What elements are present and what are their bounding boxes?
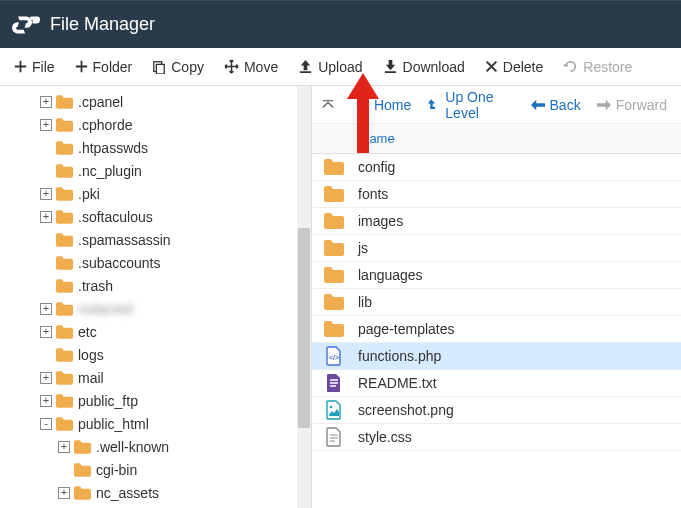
nav-label: Back (550, 97, 581, 113)
plus-icon (14, 60, 27, 73)
file-name: screenshot.png (358, 402, 454, 418)
file-name: functions.php (358, 348, 441, 364)
file-row[interactable]: languages (312, 262, 681, 289)
file-button[interactable]: File (4, 53, 65, 81)
nav-back-button[interactable]: Back (523, 86, 589, 124)
file-name: style.css (358, 429, 412, 445)
arrowright-icon (597, 99, 611, 111)
copy-button[interactable]: Copy (142, 53, 214, 81)
folder-icon (56, 210, 78, 224)
tree-scrollbar-thumb[interactable] (298, 228, 310, 428)
tree-label: .subaccounts (78, 255, 161, 271)
delete-button[interactable]: Delete (475, 53, 553, 81)
upload-button[interactable]: Upload (288, 53, 372, 81)
tree-node[interactable]: -public_html (10, 412, 311, 435)
tree-label: redacted (78, 301, 132, 317)
tree-node[interactable]: +.softaculous (10, 205, 311, 228)
tree-node[interactable]: +wp-admin (10, 504, 311, 508)
folder-icon (324, 184, 358, 204)
tree-node[interactable]: +nc_assets (10, 481, 311, 504)
file-row[interactable]: js (312, 235, 681, 262)
nav-label: Up One Level (445, 89, 514, 121)
folder-icon (74, 463, 96, 477)
tree-node[interactable]: +public_ftp (10, 389, 311, 412)
folder-icon (74, 486, 96, 500)
tree-label: .softaculous (78, 209, 153, 225)
tree-toggle[interactable]: + (40, 372, 52, 384)
home-icon (355, 98, 369, 112)
tree-node[interactable]: +.cpanel (10, 90, 311, 113)
txt-icon (324, 373, 358, 393)
tree-label: cgi-bin (96, 462, 137, 478)
file-row[interactable]: config (312, 154, 681, 181)
tree-label: .spamassassin (78, 232, 171, 248)
tree-node[interactable]: .htpasswds (10, 136, 311, 159)
tree-node[interactable]: +.cphorde (10, 113, 311, 136)
tree-node[interactable]: +.pki (10, 182, 311, 205)
file-row[interactable]: fonts (312, 181, 681, 208)
tree-toggle[interactable]: - (40, 418, 52, 430)
tree-node[interactable]: +redacted (10, 297, 311, 320)
move-icon (224, 59, 239, 74)
folder-icon (56, 325, 78, 339)
tree-toggle[interactable]: + (40, 188, 52, 200)
download-icon (383, 59, 398, 74)
folder-icon (56, 118, 78, 132)
folder-icon (56, 302, 78, 316)
tree-toggle[interactable]: + (58, 487, 70, 499)
tree-toggle[interactable]: + (40, 395, 52, 407)
file-row[interactable]: </>functions.php (312, 343, 681, 370)
file-row[interactable]: screenshot.png (312, 397, 681, 424)
folder-icon (56, 417, 78, 431)
tree-label: .htpasswds (78, 140, 148, 156)
tree-label: .cpanel (78, 94, 123, 110)
folder-icon (56, 164, 78, 178)
nav-up-button[interactable]: Up One Level (419, 86, 522, 124)
tree-node[interactable]: .spamassassin (10, 228, 311, 251)
tree-scrollbar[interactable] (297, 86, 311, 508)
svg-rect-1 (157, 64, 165, 74)
tree-toggle[interactable]: + (40, 96, 52, 108)
tree-toggle[interactable]: + (40, 303, 52, 315)
tree-node[interactable]: .nc_plugin (10, 159, 311, 182)
upload-icon (298, 59, 313, 74)
file-row[interactable]: lib (312, 289, 681, 316)
arrowleft-icon (531, 99, 545, 111)
plus-icon (75, 60, 88, 73)
nav-home-button[interactable]: Home (347, 86, 419, 124)
tree-toggle[interactable]: + (58, 441, 70, 453)
toolbar-label: File (32, 59, 55, 75)
folder-icon (56, 348, 78, 362)
tree-node[interactable]: +mail (10, 366, 311, 389)
php-icon: </> (324, 346, 358, 366)
column-name[interactable]: Name (360, 131, 395, 146)
folder-icon (324, 319, 358, 339)
tree-node[interactable]: +.well-known (10, 435, 311, 458)
nav-forward-button: Forward (589, 86, 675, 124)
folder-button[interactable]: Folder (65, 53, 143, 81)
folder-icon (56, 394, 78, 408)
tree-toggle[interactable]: + (40, 211, 52, 223)
file-row[interactable]: page-templates (312, 316, 681, 343)
move-button[interactable]: Move (214, 53, 288, 81)
tree-toggle[interactable]: + (40, 326, 52, 338)
png-icon (324, 400, 358, 420)
tree-node[interactable]: cgi-bin (10, 458, 311, 481)
tree-node[interactable]: +etc (10, 320, 311, 343)
tree-label: mail (78, 370, 104, 386)
file-row[interactable]: style.css (312, 424, 681, 451)
nav-label: Forward (616, 97, 667, 113)
file-row[interactable]: images (312, 208, 681, 235)
file-name: languages (358, 267, 423, 283)
collapse-up-icon[interactable] (318, 94, 339, 116)
tree-node[interactable]: logs (10, 343, 311, 366)
folder-icon (74, 440, 96, 454)
tree-label: public_html (78, 416, 149, 432)
tree-node[interactable]: .trash (10, 274, 311, 297)
tree-node[interactable]: .subaccounts (10, 251, 311, 274)
download-button[interactable]: Download (373, 53, 475, 81)
tree-toggle[interactable]: + (40, 119, 52, 131)
file-row[interactable]: README.txt (312, 370, 681, 397)
svg-text:</>: </> (329, 354, 339, 361)
toolbar-label: Restore (583, 59, 632, 75)
